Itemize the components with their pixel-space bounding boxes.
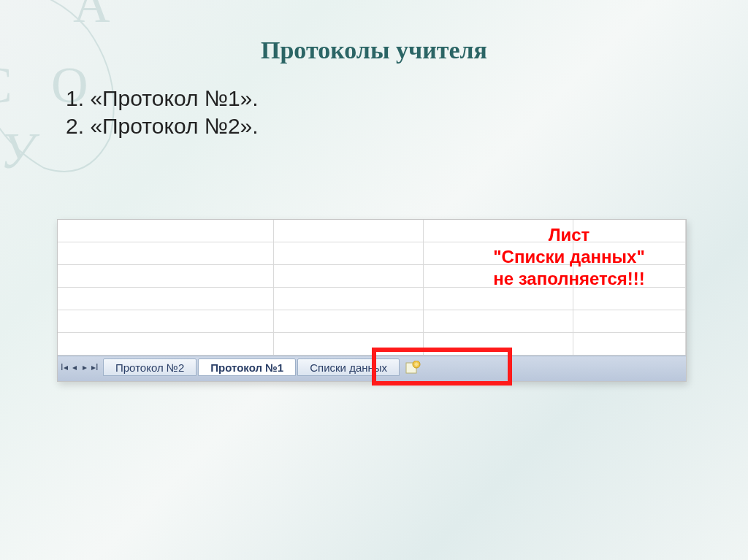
list-text-2: «Протокол №2». bbox=[90, 114, 258, 138]
sheet-tab-protocol-2[interactable]: Протокол №2 bbox=[103, 358, 196, 376]
list-number-1: 1. bbox=[66, 86, 84, 110]
new-sheet-icon[interactable] bbox=[405, 361, 421, 374]
protocol-list: 1. «Протокол №1». 2. «Протокол №2». bbox=[66, 86, 748, 139]
list-number-2: 2. bbox=[66, 114, 84, 138]
spreadsheet-screenshot: Лист "Списки данных" не заполняется!!! ꓲ… bbox=[57, 219, 687, 382]
sheet-tab-bar: ꓲ◂ ◂ ▸ ▸ꓲ Протокол №2 Протокол №1 Списки… bbox=[58, 356, 686, 381]
svg-text:У: У bbox=[0, 123, 40, 179]
nav-prev-icon[interactable]: ◂ bbox=[71, 362, 78, 372]
svg-text:C: C bbox=[0, 57, 12, 113]
tab-nav-buttons: ꓲ◂ ◂ ▸ ▸ꓲ bbox=[61, 358, 99, 376]
warning-line-3: не заполняется!!! bbox=[467, 268, 671, 290]
sheet-tab-protocol-1[interactable]: Протокол №1 bbox=[198, 358, 296, 376]
grid-area: Лист "Списки данных" не заполняется!!! bbox=[58, 220, 686, 356]
nav-next-icon[interactable]: ▸ bbox=[81, 362, 88, 372]
nav-last-icon[interactable]: ▸ꓲ bbox=[91, 362, 99, 372]
warning-message: Лист "Списки данных" не заполняется!!! bbox=[467, 224, 671, 290]
warning-line-2: "Списки данных" bbox=[467, 246, 671, 268]
list-text-1: «Протокол №1». bbox=[90, 86, 258, 110]
nav-first-icon[interactable]: ꓲ◂ bbox=[61, 362, 68, 372]
page-title: Протоколы учителя bbox=[0, 0, 748, 64]
warning-line-1: Лист bbox=[467, 224, 671, 246]
sheet-tab-spiski-dannyh[interactable]: Списки данных bbox=[297, 358, 400, 376]
